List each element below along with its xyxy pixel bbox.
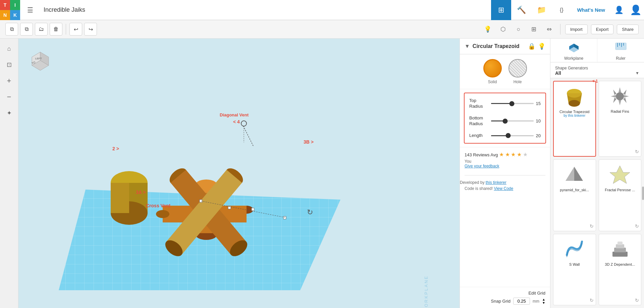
shape-card-s-wall[interactable]: ↻ S Wall <box>553 234 596 305</box>
length-slider[interactable] <box>491 135 534 136</box>
bottom-radius-slider[interactable] <box>491 120 534 121</box>
grid-icon[interactable]: ⊞ <box>528 23 540 35</box>
lock-icon[interactable]: 🔒 <box>528 43 535 50</box>
svg-point-23 <box>616 92 624 100</box>
user-add-icon[interactable]: 👤 <box>610 0 627 20</box>
feedback-link[interactable]: Give your feedback <box>465 164 499 168</box>
properties-panel: Top Radius 15 Bottom Radius 10 Length <box>464 93 546 144</box>
svg-marker-33 <box>574 167 583 181</box>
undo-button[interactable]: ↩ <box>69 23 82 36</box>
annotation-3b: 3B > <box>304 139 314 145</box>
shape-card-3d-z-dependent[interactable]: ↻ 3D Z Dependent... <box>599 234 642 305</box>
whats-new-button[interactable]: What's New <box>572 7 610 13</box>
toolbar-right: 💡 ⬡ ○ ⊞ ⇔ Import Export Share <box>482 23 639 35</box>
left-sidebar: ⌂ ⊡ + − ✦ <box>0 39 18 308</box>
shape-card-radial-fins[interactable]: ↻ Radial Fins <box>599 81 642 157</box>
diagonal-vent-label: Diagonal Vent <box>220 112 249 117</box>
scrollbar[interactable] <box>642 187 644 200</box>
mirror-icon[interactable]: ⇔ <box>543 23 555 35</box>
grid-view-icon[interactable]: ⊞ <box>491 0 511 20</box>
share-button[interactable]: Share <box>617 24 639 34</box>
developer-section: Developed by this tinkerer <box>460 180 550 185</box>
zoom-in-button[interactable]: + <box>2 74 16 88</box>
3d-z-dependent-label: 3D Z Dependent... <box>605 262 635 266</box>
edit-grid-button[interactable]: Edit Grid <box>528 291 545 296</box>
compass-button[interactable]: ✦ <box>2 106 16 120</box>
view-code-link[interactable]: View Code <box>494 186 513 191</box>
refresh-icon-5[interactable]: ↻ <box>590 298 594 303</box>
shape-gen-label: Shape Generators <box>555 66 639 70</box>
top-radius-row: Top Radius 15 <box>469 98 541 109</box>
divider <box>465 175 545 175</box>
bulb-icon[interactable]: 💡 <box>482 23 494 35</box>
shape-gen-grid: < 1 Circular Trapezoid by this tinkerer … <box>550 78 644 308</box>
delete-button[interactable]: 🗑 <box>50 23 62 36</box>
handle-3[interactable] <box>252 208 254 211</box>
hammer-icon[interactable]: 🔨 <box>511 0 531 20</box>
snap-grid-chevron-up[interactable]: ▲▼ <box>542 298 545 305</box>
home-button[interactable]: ⌂ <box>2 42 16 55</box>
visibility-icon[interactable]: 💡 <box>538 43 545 50</box>
handle-4[interactable] <box>283 216 286 219</box>
developer-link[interactable]: this tinkerer <box>486 180 506 185</box>
shape-icon[interactable]: ⬡ <box>497 23 509 35</box>
handle-2[interactable] <box>228 206 231 209</box>
bottom-radius-slider-container <box>491 120 534 121</box>
zoom-out-button[interactable]: − <box>2 90 16 104</box>
ruler-button[interactable]: Ruler <box>597 39 644 62</box>
svg-marker-26 <box>611 95 616 98</box>
zoom-fit-button[interactable]: ⊡ <box>2 58 16 71</box>
svg-rect-38 <box>618 242 623 245</box>
solid-option[interactable]: Solid <box>483 59 502 84</box>
shape-card-circular-trapezoid[interactable]: < 1 Circular Trapezoid by this tinkerer <box>553 81 596 157</box>
svg-marker-25 <box>619 100 621 105</box>
refresh-icon-2[interactable]: ↻ <box>635 149 639 154</box>
snap-grid-input[interactable] <box>513 298 530 305</box>
refresh-icon-4[interactable]: ↻ <box>635 223 639 229</box>
reviews-avg: 143 Reviews Avg ★ ★ ★ ★ ★ <box>465 151 545 158</box>
svg-marker-31 <box>623 98 627 103</box>
snap-grid-unit: mm <box>533 299 539 304</box>
app-title: Incredible Jaiks <box>44 6 491 13</box>
shape-card-fractal-penrose[interactable]: ↻ Fractal Penrose ... <box>599 159 642 231</box>
logo: T I N K <box>0 0 20 20</box>
rotate-handle[interactable]: ↻ <box>307 208 313 216</box>
separator-2 <box>560 24 560 35</box>
pyramid-img <box>563 163 586 187</box>
group-button[interactable]: 🗂 <box>35 23 48 36</box>
top-radius-slider[interactable] <box>491 103 534 104</box>
import-button[interactable]: Import <box>565 24 588 34</box>
shape-properties-panel: ▼ Circular Trapezoid 🔒 💡 Solid Hole Top … <box>460 39 550 308</box>
star-2: ★ <box>505 152 510 157</box>
svg-point-22 <box>567 89 582 98</box>
drag-handle[interactable] <box>241 121 247 126</box>
hole-label: Hole <box>514 80 522 84</box>
account-avatar[interactable]: 👤 <box>627 0 644 20</box>
refresh-icon-6[interactable]: ↻ <box>635 298 639 303</box>
snap-grid-label: Snap Grid <box>491 299 511 304</box>
s-wall-label: S Wall <box>569 262 580 266</box>
copy-button[interactable]: ⧉ <box>5 23 18 36</box>
export-button[interactable]: Export <box>591 24 614 34</box>
reviews-section: 143 Reviews Avg ★ ★ ★ ★ ★ You Give your … <box>460 147 550 172</box>
canvas-area[interactable]: TO LEFT <box>18 39 460 308</box>
menu-icon[interactable]: ☰ <box>20 0 40 20</box>
refresh-icon-3[interactable]: ↻ <box>590 223 594 229</box>
duplicate-button[interactable]: ⧉ <box>20 23 33 36</box>
top-radius-value: 15 <box>534 101 541 106</box>
code-bracket-icon[interactable]: {} <box>551 0 572 20</box>
circle-icon[interactable]: ○ <box>513 23 525 35</box>
logo-i: I <box>10 0 20 10</box>
shape-gen-dropdown[interactable]: All <box>555 70 634 76</box>
bottom-radius-label: Bottom Radius <box>469 115 491 127</box>
separator-1 <box>66 24 66 35</box>
top-radius-slider-container <box>491 103 534 104</box>
star-1: ★ <box>499 152 504 157</box>
hole-option[interactable]: Hole <box>508 59 527 84</box>
folder-icon[interactable]: 📁 <box>531 0 551 20</box>
shape-card-pyramid[interactable]: ↻ pyramid_for_ski... <box>553 159 596 231</box>
workplane-button[interactable]: Workplane <box>550 39 597 62</box>
length-row: Length 20 <box>469 133 541 139</box>
star-4: ★ <box>517 152 522 157</box>
redo-button[interactable]: ↪ <box>84 23 97 36</box>
